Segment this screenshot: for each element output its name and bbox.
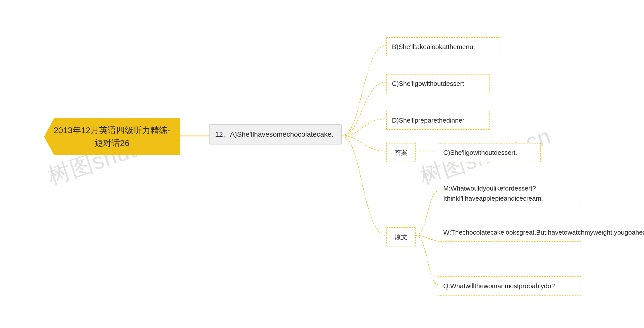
transcript-w-text: W:Thechocolatecakelooksgreat.ButIhavetow…	[443, 229, 644, 236]
question-label: 12、A)She'llhavesomechocolatecake.	[215, 130, 334, 138]
answer-label-text: 答案	[394, 149, 408, 156]
option-b-node[interactable]: B)She'lltakealookatthemenu.	[386, 37, 500, 56]
root-title: 2013年12月英语四级听力精练-短对话26	[54, 125, 171, 148]
transcript-label-text: 原文	[394, 233, 408, 241]
option-c-node[interactable]: C)She'llgowithoutdessert.	[386, 74, 490, 93]
transcript-label-node[interactable]: 原文	[386, 227, 416, 246]
transcript-m-node[interactable]: M:Whatwouldyoulikefordessert?IthinkI'llh…	[438, 179, 581, 208]
option-b-text: B)She'lltakealookatthemenu.	[392, 43, 475, 51]
transcript-w-node[interactable]: W:Thechocolatecakelooksgreat.ButIhavetow…	[438, 223, 581, 242]
option-c-text: C)She'llgowithoutdessert.	[392, 80, 466, 87]
answer-value-text: C)She'llgowithoutdessert.	[443, 149, 517, 156]
answer-label-node[interactable]: 答案	[386, 143, 416, 162]
root-node[interactable]: 2013年12月英语四级听力精练-短对话26	[44, 118, 180, 155]
transcript-m-text: M:Whatwouldyoulikefordessert?IthinkI'llh…	[443, 185, 543, 202]
question-node[interactable]: 12、A)She'llhavesomechocolatecake.	[209, 124, 342, 144]
answer-value-node[interactable]: C)She'llgowithoutdessert.	[438, 143, 541, 162]
option-d-text: D)She'llpreparethedinner.	[392, 117, 466, 124]
transcript-q-text: Q:Whatwillthewomanmostprobablydo?	[443, 282, 555, 290]
transcript-q-node[interactable]: Q:Whatwillthewomanmostprobablydo?	[438, 276, 581, 296]
option-d-node[interactable]: D)She'llpreparethedinner.	[386, 111, 490, 130]
